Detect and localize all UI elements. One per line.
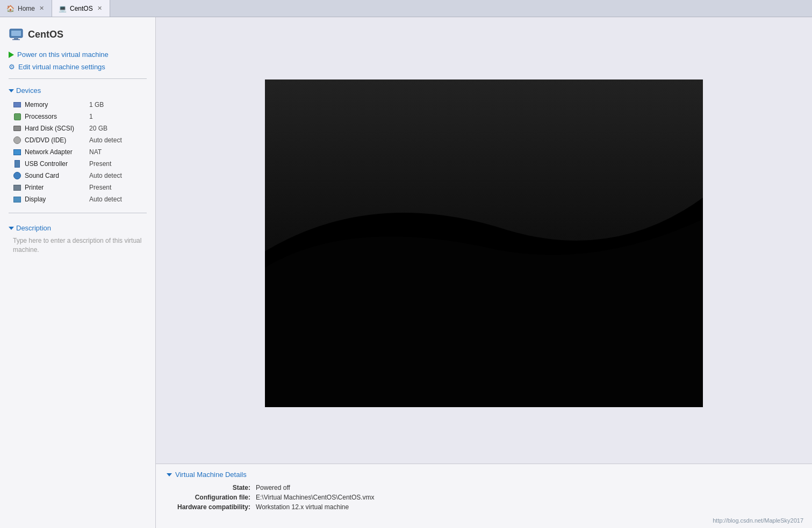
- disk-icon: [13, 124, 21, 133]
- display-icon: [13, 195, 21, 204]
- device-display[interactable]: Display Auto detect: [0, 193, 155, 205]
- devices-section-header[interactable]: Devices: [0, 84, 155, 97]
- cd-dvd-label: CD/DVD (IDE): [25, 136, 89, 144]
- device-memory[interactable]: Memory 1 GB: [0, 99, 155, 111]
- edit-settings-link[interactable]: ⚙ Edit virtual machine settings: [0, 61, 155, 73]
- tab-home-close[interactable]: ✕: [38, 5, 45, 12]
- svg-rect-3: [12, 39, 20, 40]
- usb-icon: [13, 160, 21, 168]
- vm-display-area: [156, 17, 812, 464]
- device-processors[interactable]: Processors 1: [0, 111, 155, 122]
- app-body: CentOS Power on this virtual machine ⚙ E…: [0, 17, 812, 528]
- memory-value: 1 GB: [89, 101, 104, 109]
- device-list: Memory 1 GB Processors 1 Hard Disk (SCSI…: [0, 97, 155, 207]
- divider-devices: [9, 78, 147, 79]
- hard-disk-label: Hard Disk (SCSI): [25, 125, 89, 132]
- hard-disk-value: 20 GB: [89, 125, 107, 132]
- description-section: Description Type here to enter a descrip…: [0, 222, 155, 257]
- description-section-header[interactable]: Description: [0, 222, 155, 234]
- devices-section-label: Devices: [16, 86, 41, 95]
- sound-value: Auto detect: [89, 172, 122, 179]
- vm-splash-graphic: [265, 79, 703, 407]
- details-table: State: Powered off Configuration file: E…: [167, 484, 801, 511]
- tab-centos[interactable]: 💻 CentOS ✕: [52, 0, 110, 17]
- details-section-label: Virtual Machine Details: [175, 471, 247, 479]
- processor-icon: [13, 112, 21, 121]
- watermark-text: http://blog.csdn.net/MapleSky2017: [713, 517, 803, 524]
- vm-name-label: CentOS: [28, 29, 63, 40]
- network-value: NAT: [89, 148, 102, 156]
- printer-value: Present: [89, 184, 111, 191]
- tab-home[interactable]: 🏠 Home ✕: [0, 0, 52, 17]
- device-network[interactable]: Network Adapter NAT: [0, 146, 155, 158]
- svg-rect-2: [14, 38, 18, 39]
- device-sound[interactable]: Sound Card Auto detect: [0, 170, 155, 182]
- vm-screen[interactable]: [265, 79, 703, 407]
- processors-label: Processors: [25, 113, 89, 120]
- svg-rect-1: [11, 31, 21, 36]
- description-text[interactable]: Type here to enter a description of this…: [0, 234, 155, 257]
- description-chevron-icon: [9, 227, 14, 230]
- details-chevron-icon: [167, 473, 172, 476]
- cd-icon: [13, 136, 21, 144]
- divider-description: [9, 213, 147, 213]
- usb-value: Present: [89, 160, 111, 168]
- config-value: E:\Virtual Machines\CentOS\CentOS.vmx: [256, 494, 801, 501]
- display-label: Display: [25, 196, 89, 203]
- device-cd-dvd[interactable]: CD/DVD (IDE) Auto detect: [0, 134, 155, 146]
- power-on-link[interactable]: Power on this virtual machine: [0, 48, 155, 61]
- device-printer[interactable]: Printer Present: [0, 182, 155, 193]
- centos-tab-icon: 💻: [59, 5, 67, 12]
- tab-centos-close[interactable]: ✕: [96, 5, 103, 12]
- power-on-label: Power on this virtual machine: [17, 50, 109, 59]
- sound-label: Sound Card: [25, 172, 89, 179]
- tab-home-label: Home: [18, 5, 35, 12]
- network-label: Network Adapter: [25, 148, 89, 156]
- hardware-value: Workstation 12.x virtual machine: [256, 503, 801, 511]
- display-value: Auto detect: [89, 196, 122, 203]
- hardware-label: Hardware compatibility:: [177, 503, 250, 511]
- vm-title-icon: [9, 27, 24, 42]
- printer-label: Printer: [25, 184, 89, 191]
- config-label: Configuration file:: [177, 494, 250, 501]
- usb-label: USB Controller: [25, 160, 89, 168]
- tab-bar: 🏠 Home ✕ 💻 CentOS ✕: [0, 0, 812, 17]
- memory-icon: [13, 100, 21, 109]
- play-icon: [9, 52, 14, 58]
- home-icon: 🏠: [6, 5, 15, 12]
- edit-icon: ⚙: [9, 63, 15, 71]
- state-label: State:: [177, 484, 250, 491]
- devices-chevron-icon: [9, 89, 14, 92]
- description-section-label: Description: [16, 224, 51, 232]
- vm-title-area: CentOS: [0, 23, 155, 48]
- main-content: Virtual Machine Details State: Powered o…: [156, 17, 812, 528]
- processors-value: 1: [89, 113, 93, 120]
- details-section-header[interactable]: Virtual Machine Details: [167, 471, 801, 479]
- printer-icon: [13, 183, 21, 192]
- memory-label: Memory: [25, 101, 89, 109]
- network-icon: [13, 148, 21, 156]
- cd-dvd-value: Auto detect: [89, 136, 122, 144]
- vm-screen-inner: [265, 79, 703, 407]
- sidebar: CentOS Power on this virtual machine ⚙ E…: [0, 17, 156, 528]
- state-value: Powered off: [256, 484, 801, 491]
- device-hard-disk[interactable]: Hard Disk (SCSI) 20 GB: [0, 122, 155, 134]
- edit-settings-label: Edit virtual machine settings: [18, 63, 105, 71]
- device-usb[interactable]: USB Controller Present: [0, 158, 155, 170]
- sound-icon: [13, 171, 21, 180]
- tab-centos-label: CentOS: [70, 5, 93, 12]
